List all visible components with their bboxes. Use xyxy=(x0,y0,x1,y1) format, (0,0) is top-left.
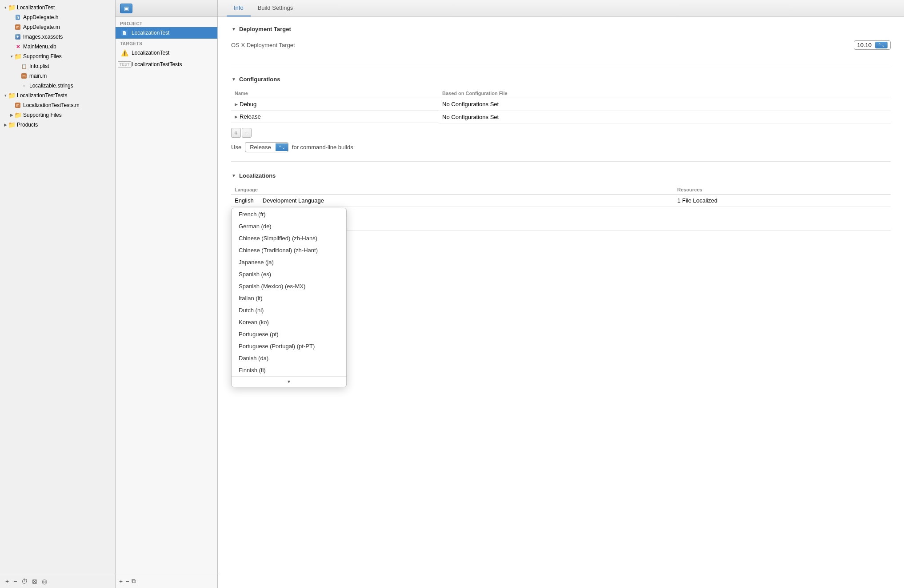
dropdown-language-item[interactable]: Chinese (Simplified) (zh-Hans) xyxy=(232,232,346,244)
targets-section-label: TARGETS xyxy=(116,39,217,47)
deployment-header: ▼ Deployment Target xyxy=(231,26,891,32)
project-icon: 📄 xyxy=(120,28,129,37)
use-select-arrow-icon: ⌃⌄ xyxy=(276,143,288,151)
use-value-select[interactable]: Release ⌃⌄ xyxy=(245,142,288,152)
tree-item-label: Localizable.strings xyxy=(29,83,73,89)
use-release-row: Use Release ⌃⌄ for command-line builds xyxy=(231,142,891,152)
use-label: Use xyxy=(231,144,241,151)
filter-button[interactable]: ⊠ xyxy=(31,578,38,585)
nav-remove-button[interactable]: − xyxy=(125,578,129,585)
config-name-cell: ▶ Release xyxy=(231,111,439,123)
xib-icon: ✕ xyxy=(14,43,21,50)
circle-button[interactable]: ◎ xyxy=(41,578,48,585)
tree-item-Localizable.strings[interactable]: ≡Localizable.strings xyxy=(0,81,115,91)
dropdown-footer: ▼ xyxy=(232,376,346,387)
tree-item-label: Supporting Files xyxy=(23,112,62,118)
tree-item-label: AppDelegate.m xyxy=(23,24,60,30)
disclosure-icon: ▶ xyxy=(9,113,14,117)
row-arrow-icon: ▶ xyxy=(235,115,238,119)
deployment-target-row: OS X Deployment Target 10.10 ⌃⌄ xyxy=(231,39,891,52)
tree-item-MainMenu.xib[interactable]: ✕MainMenu.xib xyxy=(0,42,115,52)
tree-item-Images.xcassets[interactable]: ✦Images.xcassets xyxy=(0,32,115,42)
disclosure-icon: ▾ xyxy=(3,93,8,98)
dropdown-language-item[interactable]: Spanish (es) xyxy=(232,268,346,280)
config-row[interactable]: ▶ ReleaseNo Configurations Set xyxy=(231,111,891,123)
language-dropdown-popup: French (fr)German (de)Chinese (Simplifie… xyxy=(231,208,347,387)
settings-panel: Info Build Settings ▼ Deployment Target … xyxy=(218,0,904,588)
localizations-toggle[interactable]: ▼ xyxy=(231,173,236,178)
tree-item-label: main.m xyxy=(29,73,47,79)
configurations-toggle[interactable]: ▼ xyxy=(231,77,236,82)
localization-row: English — Development Language1 File Loc… xyxy=(231,194,891,207)
nav-bottom-bar: + − ⧉ xyxy=(116,574,217,588)
remove-file-button[interactable]: − xyxy=(12,578,18,585)
tab-build-settings[interactable]: Build Settings xyxy=(251,0,300,16)
configurations-title: Configurations xyxy=(239,76,280,83)
file-tree-content: ▾📁LocalizationTesthAppDelegate.hmAppDele… xyxy=(0,0,115,574)
history-button[interactable]: ⏱ xyxy=(20,578,28,585)
tree-item-label: LocalizationTestTests xyxy=(17,92,67,99)
add-file-button[interactable]: + xyxy=(4,578,10,585)
dropdown-language-item[interactable]: Danish (da) xyxy=(232,352,346,364)
dropdown-language-item[interactable]: Portuguese (pt) xyxy=(232,328,346,340)
deployment-section: ▼ Deployment Target OS X Deployment Targ… xyxy=(231,26,891,65)
dropdown-language-item[interactable]: Finnish (fi) xyxy=(232,364,346,376)
use-select-text: Release xyxy=(245,143,276,152)
configurations-header: ▼ Configurations xyxy=(231,76,891,83)
tree-item-supporting-1[interactable]: ▾📁Supporting Files xyxy=(0,52,115,61)
main-container: ▾📁LocalizationTesthAppDelegate.hmAppDele… xyxy=(0,0,904,588)
tab-info[interactable]: Info xyxy=(227,0,251,16)
tree-item-Products[interactable]: ▶📁Products xyxy=(0,120,115,130)
nav-item-project[interactable]: 📄 LocalizationTest xyxy=(116,27,217,39)
dropdown-language-item[interactable]: French (fr) xyxy=(232,208,346,220)
tree-item-Info.plist[interactable]: 📋Info.plist xyxy=(0,61,115,71)
disclosure-icon: ▶ xyxy=(3,123,8,127)
dropdown-language-item[interactable]: Japanese (ja) xyxy=(232,256,346,268)
config-row[interactable]: ▶ DebugNo Configurations Set xyxy=(231,98,891,111)
strings-icon: ≡ xyxy=(20,82,28,89)
deployment-title: Deployment Target xyxy=(239,26,291,32)
dropdown-language-item[interactable]: Chinese (Traditional) (zh-Hant) xyxy=(232,244,346,256)
dropdown-language-item[interactable]: Korean (ko) xyxy=(232,316,346,328)
nav-content: PROJECT 📄 LocalizationTest TARGETS ⚠️Loc… xyxy=(116,17,217,574)
tree-item-AppDelegate.m[interactable]: mAppDelegate.m xyxy=(0,22,115,32)
nav-item-target-0[interactable]: ⚠️LocalizationTest xyxy=(116,47,217,59)
col-based-on-header: Based on Configuration File xyxy=(439,89,891,98)
dropdown-language-item[interactable]: Spanish (Mexico) (es-MX) xyxy=(232,280,346,292)
nav-item-target-1[interactable]: TESTLocalizationTestTests xyxy=(116,59,217,70)
remove-config-button[interactable]: − xyxy=(242,128,252,138)
folder-icon: 📁 xyxy=(8,4,15,11)
dropdown-language-item[interactable]: Italian (it) xyxy=(232,292,346,304)
localizations-table: Language Resources English — Development… xyxy=(231,185,891,207)
dropdown-language-item[interactable]: Portuguese (Portugal) (pt-PT) xyxy=(232,340,346,352)
config-name-cell: ▶ Debug xyxy=(231,98,439,111)
config-based-on-cell: No Configurations Set xyxy=(439,98,891,111)
tree-item-AppDelegate.h[interactable]: hAppDelegate.h xyxy=(0,12,115,22)
nav-panel: ▣ PROJECT 📄 LocalizationTest TARGETS ⚠️L… xyxy=(116,0,218,588)
config-action-buttons: + − xyxy=(231,128,891,138)
tree-item-main.m[interactable]: mmain.m xyxy=(0,71,115,81)
folder-icon: 📁 xyxy=(14,53,21,60)
tree-item-label: MainMenu.xib xyxy=(23,44,56,50)
tree-item-loc-root[interactable]: ▾📁LocalizationTest xyxy=(0,3,115,12)
folder-icon: 📁 xyxy=(14,111,21,119)
dropdown-language-item[interactable]: Dutch (nl) xyxy=(232,304,346,316)
tree-item-LocalizationTestTests.m[interactable]: mLocalizationTestTests.m xyxy=(0,100,115,110)
nav-toolbar-square-btn[interactable]: ▣ xyxy=(120,4,132,13)
tree-item-LocalizationTestTests[interactable]: ▾📁LocalizationTestTests xyxy=(0,91,115,100)
localization-resources-cell: 1 File Localized xyxy=(674,194,891,207)
plist-icon: 📋 xyxy=(20,63,28,70)
col-name-header: Name xyxy=(231,89,439,98)
tree-item-supporting-2[interactable]: ▶📁Supporting Files xyxy=(0,110,115,120)
nav-copy-button[interactable]: ⧉ xyxy=(132,577,136,585)
deployment-toggle[interactable]: ▼ xyxy=(231,27,236,32)
target-label: LocalizationTest xyxy=(132,50,169,56)
nav-add-button[interactable]: + xyxy=(119,578,123,585)
folder-icon: 📁 xyxy=(8,121,15,128)
folder-icon: 📁 xyxy=(8,92,15,99)
add-config-button[interactable]: + xyxy=(231,128,241,138)
target-icon: ⚠️ xyxy=(120,48,129,57)
dropdown-language-item[interactable]: German (de) xyxy=(232,220,346,232)
deployment-version-select[interactable]: 10.10 ⌃⌄ xyxy=(854,40,891,50)
nav-toolbar: ▣ xyxy=(116,0,217,17)
